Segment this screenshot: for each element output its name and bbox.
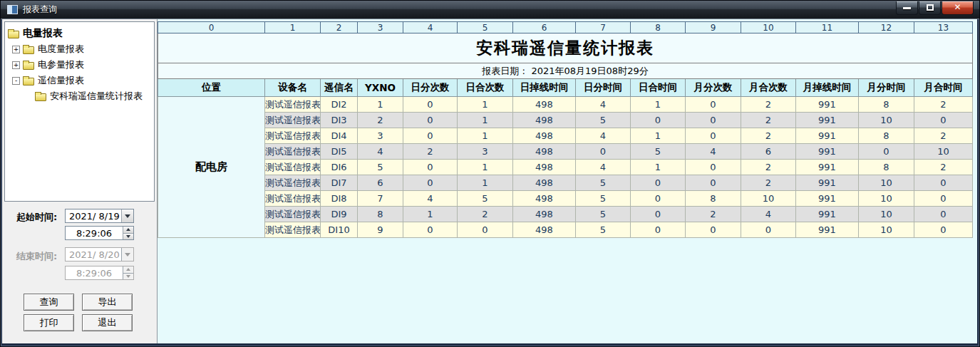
grid-cell: 0 bbox=[403, 97, 458, 113]
tree-item-label: 安科瑞遥信量统计报表 bbox=[50, 90, 143, 103]
folder-icon bbox=[8, 31, 19, 38]
tree-item-label: 电度量报表 bbox=[38, 43, 84, 56]
column-header-cell: 日分次数 bbox=[403, 79, 458, 97]
grid-cell: 0 bbox=[741, 222, 796, 238]
grid-cell: 2 bbox=[686, 207, 741, 222]
expand-icon[interactable]: + bbox=[12, 61, 20, 69]
report-date-row: 报表日期： 2021年08月19日08时29分 bbox=[158, 63, 973, 79]
arrow-down-icon bbox=[126, 275, 130, 278]
grid-cell: 5 bbox=[576, 222, 631, 238]
grid-cell: 测试遥信报表 bbox=[265, 191, 321, 207]
time-form: 起始时间: 2021/ 8/19 8:29:06 结束时间: 2021/ 8/2… bbox=[2, 202, 157, 343]
grid-cell: 测试遥信报表 bbox=[265, 97, 321, 113]
spin-up-button bbox=[123, 266, 133, 273]
column-header-cell: 日分时间 bbox=[576, 79, 631, 97]
grid-cell: 0 bbox=[686, 128, 741, 144]
grid-cell: 测试遥信报表 bbox=[265, 207, 321, 222]
grid-cell: 10 bbox=[859, 113, 914, 128]
grid-cell: DI9 bbox=[321, 207, 358, 222]
export-button[interactable]: 导出 bbox=[82, 294, 133, 311]
print-button[interactable]: 打印 bbox=[24, 314, 74, 331]
grid-cell: 2 bbox=[741, 113, 796, 128]
column-number-cell: 8 bbox=[631, 22, 686, 33]
query-button[interactable]: 查询 bbox=[24, 294, 74, 311]
tree-item-label: 遥信量报表 bbox=[38, 74, 84, 87]
column-header-cell: 日合时间 bbox=[631, 79, 686, 97]
grid-cell: 2 bbox=[403, 144, 458, 160]
grid-cell: 测试遥信报表 bbox=[265, 222, 321, 238]
spin-down-button bbox=[123, 273, 133, 280]
collapse-icon[interactable]: - bbox=[12, 77, 20, 85]
grid-cell: 4 bbox=[576, 160, 631, 175]
grid-cell: DI5 bbox=[321, 144, 358, 160]
grid-cell: DI10 bbox=[321, 222, 358, 238]
grid-cell: 2 bbox=[741, 128, 796, 144]
minimize-button[interactable] bbox=[896, 1, 918, 15]
grid-cell: 10 bbox=[859, 175, 914, 191]
grid-cell: 测试遥信报表 bbox=[265, 160, 321, 175]
report-title: 安科瑞遥信量统计报表 bbox=[158, 33, 973, 63]
grid-cell: 991 bbox=[796, 160, 859, 175]
grid-cell: 0 bbox=[403, 128, 458, 144]
grid-cell: 1 bbox=[403, 207, 458, 222]
titlebar: 报表查询 ✕ bbox=[1, 1, 979, 19]
grid-cell: 0 bbox=[686, 175, 741, 191]
location-cell: 配电房 bbox=[158, 97, 265, 238]
column-header-cell: 月合次数 bbox=[741, 79, 796, 97]
grid-cell: 991 bbox=[796, 113, 859, 128]
tree-item[interactable]: 安科瑞遥信量统计报表 bbox=[6, 88, 153, 104]
grid-cell: 0 bbox=[403, 113, 458, 128]
tree-item[interactable]: +电参量报表 bbox=[6, 57, 153, 73]
grid-cell: 10 bbox=[914, 144, 973, 160]
grid-cell: DI8 bbox=[321, 191, 358, 207]
end-time-spinner: 8:29:06 bbox=[65, 266, 134, 280]
tree-item[interactable]: -遥信量报表 bbox=[6, 73, 153, 88]
grid-cell: 1 bbox=[458, 97, 513, 113]
start-date-picker[interactable]: 2021/ 8/19 bbox=[65, 209, 134, 223]
table-row: 测试遥信报表DI32014985002991100 bbox=[158, 113, 973, 128]
column-header-cell: 月分时间 bbox=[859, 79, 914, 97]
column-header-cell: 设备名 bbox=[265, 79, 321, 97]
close-button[interactable]: ✕ bbox=[942, 1, 974, 15]
window-title: 报表查询 bbox=[23, 4, 57, 16]
end-date-picker: 2021/ 8/20 bbox=[65, 247, 134, 261]
start-date-value: 2021/ 8/19 bbox=[66, 211, 121, 222]
grid-cell: 4 bbox=[686, 144, 741, 160]
grid-cell: 0 bbox=[631, 207, 686, 222]
grid-cell: 1 bbox=[631, 160, 686, 175]
tree-item[interactable]: 电量报表 bbox=[6, 26, 153, 41]
grid-cell: 5 bbox=[576, 113, 631, 128]
start-time-spinner[interactable]: 8:29:06 bbox=[65, 226, 134, 240]
spin-down-button[interactable] bbox=[123, 233, 133, 240]
spin-up-button[interactable] bbox=[123, 227, 133, 233]
grid-cell: DI7 bbox=[321, 175, 358, 191]
column-header-cell: 月掉线时间 bbox=[796, 79, 859, 97]
grid-cell: 8 bbox=[358, 207, 403, 222]
grid-cell: 0 bbox=[914, 191, 973, 207]
grid-cell: 0 bbox=[631, 222, 686, 238]
expand-icon[interactable]: + bbox=[12, 46, 20, 53]
grid-cell: 0 bbox=[686, 113, 741, 128]
grid-cell: 991 bbox=[796, 222, 859, 238]
start-date-dropdown-button[interactable] bbox=[121, 209, 133, 222]
grid-cell: 1 bbox=[458, 160, 513, 175]
grid-cell: 0 bbox=[859, 144, 914, 160]
column-header-cell: 月合时间 bbox=[914, 79, 973, 97]
grid-cell: 2 bbox=[741, 97, 796, 113]
grid-cell: 1 bbox=[358, 97, 403, 113]
grid-cell: 测试遥信报表 bbox=[265, 175, 321, 191]
maximize-button[interactable] bbox=[919, 1, 941, 15]
grid-cell: 10 bbox=[741, 191, 796, 207]
grid-cell: 5 bbox=[358, 160, 403, 175]
grid-cell: 1 bbox=[631, 128, 686, 144]
tree-item[interactable]: +电度量报表 bbox=[6, 41, 153, 57]
report-title-row: 安科瑞遥信量统计报表 bbox=[158, 33, 973, 63]
end-time-label: 结束时间: bbox=[16, 250, 57, 263]
grid-cell: 1 bbox=[458, 113, 513, 128]
column-number-cell: 3 bbox=[358, 22, 403, 33]
exit-button[interactable]: 退出 bbox=[82, 314, 133, 331]
grid-cell: 498 bbox=[513, 144, 576, 160]
grid-cell: 8 bbox=[686, 191, 741, 207]
grid-cell: 测试遥信报表 bbox=[265, 128, 321, 144]
report-query-window: 报表查询 ✕ 电量报表+电度量报表+电参量报表-遥信量报表安科瑞遥信量统计报表 … bbox=[0, 0, 980, 347]
